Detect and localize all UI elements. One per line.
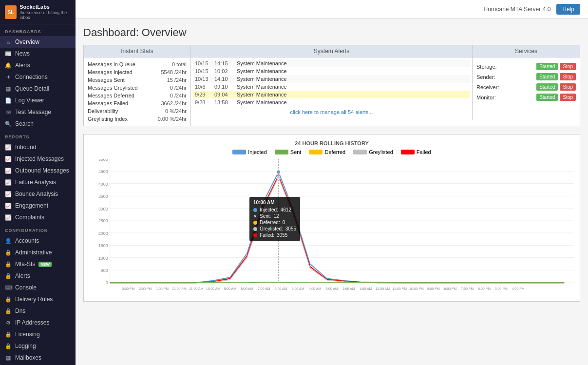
svg-text:5:00 AM: 5:00 AM (292, 287, 304, 291)
svg-text:1:00 PM: 1:00 PM (156, 287, 169, 291)
legend-color-greylisted (353, 150, 367, 154)
chart-svg: 5000 4500 4000 3500 3000 2500 2000 1500 … (90, 159, 574, 295)
sidebar-item-log-viewer[interactable]: 📄 Log Viewer (0, 95, 76, 106)
alert-date: 9/29 (195, 92, 210, 97)
service-row-receiver: Receiver: Started Stop (476, 82, 576, 92)
sidebar-item-console[interactable]: ⌨ Console (0, 282, 76, 293)
receiver-started-button[interactable]: Started (536, 83, 558, 91)
instant-stats-header: Instant Stats (84, 45, 191, 58)
storage-stop-button[interactable]: Stop (560, 63, 576, 70)
svg-rect-2 (90, 159, 574, 295)
bounce-icon: 📈 (5, 191, 12, 197)
alert-date: 10/6 (195, 84, 210, 90)
sidebar-item-label: Inbound (15, 144, 36, 151)
sidebar-item-engagement[interactable]: 📈 Engagement (0, 200, 76, 211)
monitor-started-button[interactable]: Started (536, 94, 558, 101)
alert-row: 9/28 13:58 System Maintenance (193, 98, 470, 106)
accounts-icon: 👤 (5, 238, 12, 244)
sidebar-item-logging[interactable]: 🔒 Logging (0, 340, 76, 352)
receiver-stop-button[interactable]: Stop (560, 83, 576, 91)
legend-label-deferred: Deferred (324, 149, 345, 155)
sidebar-item-label: Test Message (15, 109, 51, 115)
svg-text:6:00 AM: 6:00 AM (275, 287, 287, 291)
svg-text:9:00 AM: 9:00 AM (224, 287, 236, 291)
sidebar-item-queue-detail[interactable]: ▦ Queue Detail (0, 83, 76, 95)
svg-text:2:00 PM: 2:00 PM (139, 287, 152, 291)
stat-row: Greylisting Index 0.00 %/24hr (88, 115, 187, 123)
complaints-icon: 📈 (5, 214, 12, 221)
legend-label-failed: Failed (417, 149, 431, 155)
svg-point-27 (277, 170, 281, 174)
svg-text:11:00 PM: 11:00 PM (392, 287, 407, 291)
sidebar-item-dns[interactable]: 🔒 Dns (0, 305, 76, 317)
sidebar-item-failure-analysis[interactable]: 📈 Failure Analysis (0, 176, 76, 188)
connections-icon: ✈ (5, 74, 12, 80)
alert-time: 09:04 (214, 92, 233, 97)
sidebar-item-delivery-rules[interactable]: 🔒 Delivery Rules (0, 293, 76, 305)
sidebar-item-test-message[interactable]: ✉ Test Message (0, 106, 76, 118)
news-icon: 📰 (5, 51, 12, 57)
sidebar-item-accounts[interactable]: 👤 Accounts (0, 235, 76, 247)
queue-icon: ▦ (5, 86, 12, 92)
help-button[interactable]: Help (556, 4, 580, 15)
dashboards-label: DASHBOARDS (0, 24, 76, 36)
sidebar-item-label: Alerts (15, 62, 30, 69)
stat-value: 0 %/24hr (165, 108, 187, 114)
sidebar-item-outbound-messages[interactable]: 📈 Outbound Messages (0, 165, 76, 176)
sidebar-item-connections[interactable]: ✈ Connections (0, 71, 76, 83)
stat-label: Messages Failed (88, 100, 128, 106)
storage-started-button[interactable]: Started (536, 63, 558, 70)
svg-text:1:00 AM: 1:00 AM (360, 287, 372, 291)
inbound-icon: 📈 (5, 144, 12, 151)
sidebar-item-label: Search (15, 120, 34, 127)
svg-text:3000: 3000 (98, 206, 108, 211)
svg-text:12:00 AM: 12:00 AM (376, 287, 390, 291)
stat-value: 0 /24hr (170, 85, 187, 91)
sidebar-item-news[interactable]: 📰 News (0, 48, 76, 59)
sidebar-item-config-alerts[interactable]: 🔒 Alerts (0, 270, 76, 282)
svg-point-29 (277, 175, 280, 178)
sidebar-item-injected-messages[interactable]: 📈 Injected Messages (0, 153, 76, 165)
sidebar-item-mta-sts[interactable]: 🔒 Mta-Sts NEW (0, 258, 76, 270)
alerts-icon: 🔔 (5, 62, 12, 69)
service-row-sender: Sender: Started Stop (476, 72, 576, 82)
system-alerts-body: 10/15 14:15 System Maintenance 10/15 10:… (191, 58, 473, 120)
sidebar-item-label: Dns (15, 307, 25, 314)
stat-value: 0 /24hr (170, 93, 187, 98)
system-alerts-header: System Alerts (191, 45, 473, 58)
sidebar-item-alerts[interactable]: 🔔 Alerts (0, 59, 76, 71)
sidebar-item-label: Mailboxes (15, 354, 41, 361)
sidebar-item-label: Queue Detail (15, 85, 49, 92)
injected-icon: 📈 (5, 156, 12, 162)
legend-injected: Injected (232, 149, 267, 155)
stat-row: Deliverability 0 %/24hr (88, 107, 187, 115)
svg-text:4:00 PM: 4:00 PM (512, 287, 525, 291)
configuration-label: CONFIGURATION (0, 223, 76, 235)
monitor-stop-button[interactable]: Stop (560, 94, 576, 101)
legend-color-deferred (309, 150, 322, 154)
stat-value: 0 total (172, 61, 187, 67)
manage-alerts-link[interactable]: click here to manage all 54 alerts... (193, 106, 470, 118)
logo-icon: SL (5, 5, 17, 19)
alert-text: System Maintenance (237, 92, 287, 97)
svg-text:12:00 PM: 12:00 PM (172, 287, 187, 291)
alert-row: 9/29 09:04 System Maintenance (193, 91, 470, 98)
sidebar-item-search[interactable]: 🔍 Search (0, 118, 76, 130)
sender-started-button[interactable]: Started (536, 73, 558, 80)
outbound-icon: 📈 (5, 168, 12, 174)
sidebar-item-ip-addresses[interactable]: ⚙ IP Addresses (0, 317, 76, 328)
alert-text: System Maintenance (237, 60, 287, 66)
sidebar-item-mailboxes[interactable]: ▦ Mailboxes (0, 352, 76, 364)
sidebar-item-overview[interactable]: ⌂ Overview (0, 36, 76, 48)
sidebar-item-administrative[interactable]: 🔒 Administrative (0, 247, 76, 258)
sidebar-item-inbound[interactable]: 📈 Inbound (0, 141, 76, 153)
svg-text:2:00 AM: 2:00 AM (342, 287, 355, 291)
sidebar-item-label: Engagement (15, 202, 48, 209)
sidebar-item-label: Outbound Messages (15, 167, 69, 174)
sidebar-item-complaints[interactable]: 📈 Complaints (0, 211, 76, 223)
sidebar-item-bounce-analysis[interactable]: 📈 Bounce Analysis (0, 188, 76, 200)
sidebar-item-licensing[interactable]: 🔒 Licensing (0, 328, 76, 340)
engagement-icon: 📈 (5, 203, 12, 209)
sender-stop-button[interactable]: Stop (560, 73, 576, 80)
sidebar-item-label: Licensing (15, 331, 40, 338)
